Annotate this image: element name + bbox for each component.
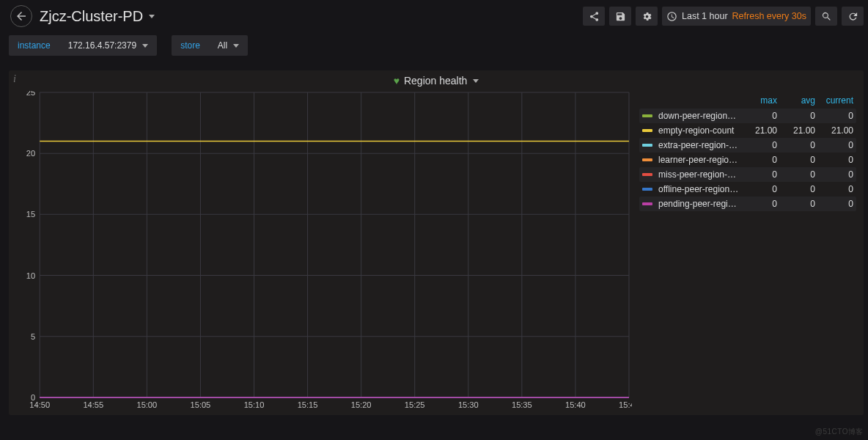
legend-val-avg: 0 bbox=[777, 199, 815, 209]
panel-info-icon[interactable]: i bbox=[13, 73, 16, 85]
legend-row[interactable]: down-peer-region-count000 bbox=[639, 109, 856, 123]
line-chart: 051015202514:5014:5515:0015:0515:1015:15… bbox=[18, 91, 632, 412]
svg-text:14:55: 14:55 bbox=[83, 400, 103, 409]
legend-row[interactable]: miss-peer-region-count000 bbox=[639, 167, 856, 182]
legend-col-max[interactable]: max bbox=[739, 95, 777, 106]
svg-text:15:05: 15:05 bbox=[191, 400, 211, 409]
caret-down-icon bbox=[149, 15, 155, 18]
legend-series-name: extra-peer-region-count bbox=[658, 140, 739, 150]
search-icon bbox=[821, 11, 832, 22]
legend-val-avg: 0 bbox=[777, 140, 815, 150]
legend-val-current: 0 bbox=[815, 111, 853, 121]
legend-val-max: 0 bbox=[739, 140, 777, 150]
settings-button[interactable] bbox=[636, 7, 658, 26]
legend-val-max: 0 bbox=[739, 111, 777, 121]
svg-text:15:40: 15:40 bbox=[565, 400, 586, 409]
legend-val-current: 21.00 bbox=[815, 125, 853, 136]
save-button[interactable] bbox=[609, 7, 631, 26]
variable-store-label: store bbox=[172, 35, 209, 56]
legend-swatch bbox=[642, 129, 652, 132]
caret-down-icon bbox=[233, 44, 239, 48]
svg-text:15:10: 15:10 bbox=[244, 400, 265, 409]
svg-text:15:45: 15:45 bbox=[619, 400, 632, 409]
legend-val-max: 0 bbox=[739, 155, 777, 165]
svg-text:14:50: 14:50 bbox=[29, 400, 50, 409]
legend-series-name: empty-region-count bbox=[658, 125, 739, 136]
legend-swatch bbox=[642, 158, 652, 161]
dashboard-title-dropdown[interactable]: Zjcz-Cluster-PD bbox=[40, 8, 155, 25]
svg-text:15:35: 15:35 bbox=[512, 400, 532, 409]
save-icon bbox=[615, 11, 626, 22]
legend-col-current[interactable]: current bbox=[815, 95, 853, 106]
legend-series-name: pending-peer-region-count bbox=[658, 199, 739, 209]
svg-text:15:30: 15:30 bbox=[458, 400, 479, 409]
legend-row[interactable]: extra-peer-region-count000 bbox=[639, 138, 856, 153]
refresh-icon bbox=[847, 11, 858, 22]
variable-instance: instance 172.16.4.57:2379 bbox=[9, 35, 157, 56]
legend-val-current: 0 bbox=[815, 155, 853, 165]
legend-val-avg: 0 bbox=[777, 155, 815, 165]
panel-region-health: i ♥ Region health 051015202514:5014:5515… bbox=[9, 70, 864, 415]
legend-row[interactable]: learner-peer-region-count000 bbox=[639, 153, 856, 167]
caret-down-icon bbox=[142, 44, 148, 48]
legend-val-current: 0 bbox=[815, 140, 853, 150]
legend-val-avg: 21.00 bbox=[777, 125, 815, 136]
gear-icon bbox=[641, 11, 652, 22]
panel-title: Region health bbox=[404, 75, 467, 87]
arrow-left-icon bbox=[15, 10, 28, 23]
svg-text:15: 15 bbox=[26, 210, 35, 219]
legend-val-max: 21.00 bbox=[739, 125, 777, 136]
legend-series-name: offline-peer-region-count bbox=[658, 184, 739, 194]
clock-icon bbox=[666, 11, 677, 22]
legend-header: max avg current bbox=[639, 94, 856, 109]
time-range-label: Last 1 hour bbox=[682, 11, 728, 21]
share-button[interactable] bbox=[583, 7, 605, 26]
variable-store: store All bbox=[172, 35, 248, 56]
variable-store-value[interactable]: All bbox=[209, 35, 248, 56]
panel-title-dropdown[interactable]: ♥ Region health bbox=[9, 70, 864, 88]
svg-text:15:20: 15:20 bbox=[351, 400, 372, 409]
refresh-button[interactable] bbox=[842, 7, 864, 26]
legend-swatch bbox=[642, 202, 652, 205]
legend-val-current: 0 bbox=[815, 169, 853, 180]
legend-swatch bbox=[642, 188, 652, 191]
svg-text:15:00: 15:00 bbox=[137, 400, 158, 409]
heart-icon: ♥ bbox=[394, 75, 400, 87]
legend: max avg current down-peer-region-count00… bbox=[636, 91, 864, 412]
legend-series-name: learner-peer-region-count bbox=[658, 155, 739, 165]
svg-text:20: 20 bbox=[26, 149, 35, 158]
svg-text:15:15: 15:15 bbox=[298, 400, 318, 409]
legend-val-current: 0 bbox=[815, 184, 853, 194]
legend-col-avg[interactable]: avg bbox=[777, 95, 815, 106]
variable-row: instance 172.16.4.57:2379 store All bbox=[0, 32, 868, 62]
legend-swatch bbox=[642, 144, 652, 147]
share-icon bbox=[589, 11, 600, 22]
legend-swatch bbox=[642, 173, 652, 176]
time-range-button[interactable]: Last 1 hour Refresh every 30s bbox=[662, 7, 811, 26]
legend-series-name: miss-peer-region-count bbox=[658, 169, 739, 180]
svg-text:25: 25 bbox=[26, 91, 35, 97]
refresh-label: Refresh every 30s bbox=[732, 11, 806, 21]
svg-text:10: 10 bbox=[26, 271, 35, 280]
svg-text:15:25: 15:25 bbox=[405, 400, 425, 409]
legend-row[interactable]: pending-peer-region-count000 bbox=[639, 197, 856, 211]
legend-val-max: 0 bbox=[739, 184, 777, 194]
caret-down-icon bbox=[473, 79, 479, 83]
legend-swatch bbox=[642, 114, 652, 117]
svg-text:5: 5 bbox=[31, 332, 35, 341]
legend-row[interactable]: empty-region-count21.0021.0021.00 bbox=[639, 123, 856, 138]
zoom-out-button[interactable] bbox=[815, 7, 837, 26]
chart-area[interactable]: 051015202514:5014:5515:0015:0515:1015:15… bbox=[9, 91, 636, 412]
legend-val-max: 0 bbox=[739, 199, 777, 209]
legend-series-name: down-peer-region-count bbox=[658, 111, 739, 121]
legend-val-avg: 0 bbox=[777, 184, 815, 194]
legend-val-avg: 0 bbox=[777, 169, 815, 180]
legend-row[interactable]: offline-peer-region-count000 bbox=[639, 182, 856, 197]
watermark: @51CTO博客 bbox=[815, 427, 864, 437]
legend-val-max: 0 bbox=[739, 169, 777, 180]
legend-val-current: 0 bbox=[815, 199, 853, 209]
dashboard-title: Zjcz-Cluster-PD bbox=[40, 8, 143, 25]
legend-val-avg: 0 bbox=[777, 111, 815, 121]
variable-instance-value[interactable]: 172.16.4.57:2379 bbox=[59, 35, 157, 56]
back-button[interactable] bbox=[10, 5, 32, 27]
